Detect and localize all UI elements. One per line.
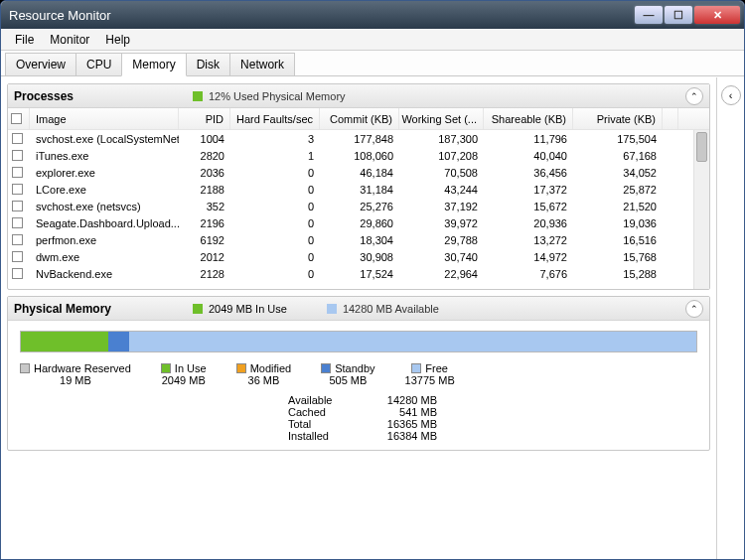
processes-header[interactable]: Processes 12% Used Physical Memory ⌃ <box>8 84 709 108</box>
cell-pid: 6192 <box>179 234 230 246</box>
tab-disk[interactable]: Disk <box>186 53 230 75</box>
table-row[interactable]: explorer.exe2036046,18470,50836,45634,05… <box>8 164 709 181</box>
cell-share: 11,796 <box>484 133 573 145</box>
cell-image: Seagate.Dashboard.Upload... <box>30 217 179 229</box>
col-image[interactable]: Image <box>30 108 179 129</box>
row-checkbox[interactable] <box>12 150 23 161</box>
table-row[interactable]: Seagate.Dashboard.Upload...2196029,86039… <box>8 214 709 231</box>
main-pane: Processes 12% Used Physical Memory ⌃ Ima… <box>1 77 716 559</box>
table-row[interactable]: perfmon.exe6192018,30429,78813,27216,516 <box>8 231 709 248</box>
cell-share: 15,672 <box>484 201 573 212</box>
cell-share: 17,372 <box>484 184 573 196</box>
col-shareable[interactable]: Shareable (KB) <box>484 108 573 129</box>
scrollbar-thumb[interactable] <box>696 132 707 162</box>
cell-priv: 19,036 <box>573 217 663 229</box>
cell-priv: 15,768 <box>573 251 663 263</box>
expand-charts-button[interactable]: ‹ <box>721 85 741 105</box>
col-workingset[interactable]: Working Set (... <box>399 108 484 129</box>
tab-overview[interactable]: Overview <box>5 53 76 75</box>
pm-available-text: 14280 MB Available <box>343 303 439 315</box>
pm-title: Physical Memory <box>14 302 193 316</box>
cell-share: 40,040 <box>484 150 573 162</box>
cell-hf: 1 <box>230 150 320 162</box>
cell-commit: 30,908 <box>320 251 399 263</box>
cell-hf: 0 <box>230 251 320 263</box>
row-checkbox[interactable] <box>12 251 23 262</box>
processes-columns: Image PID Hard Faults/sec Commit (KB) Wo… <box>8 108 709 130</box>
tab-network[interactable]: Network <box>229 53 295 75</box>
pm-available-icon <box>327 304 337 314</box>
legend-free: Free13775 MB <box>405 362 455 386</box>
menu-help[interactable]: Help <box>97 31 138 49</box>
cell-priv: 16,516 <box>573 234 663 246</box>
pm-bar-segment <box>108 332 128 351</box>
cell-pid: 2012 <box>179 251 230 263</box>
cell-pid: 2196 <box>179 217 230 229</box>
cell-hf: 0 <box>230 268 320 280</box>
client-area: Processes 12% Used Physical Memory ⌃ Ima… <box>1 76 744 559</box>
row-checkbox[interactable] <box>12 201 23 211</box>
legend-hw-swatch <box>20 363 30 373</box>
col-pid[interactable]: PID <box>179 108 230 129</box>
table-row[interactable]: svchost.exe (netsvcs)352025,27637,19215,… <box>8 198 709 214</box>
cell-share: 20,936 <box>484 217 573 229</box>
legend-inuse: In Use2049 MB <box>161 362 207 386</box>
menu-file[interactable]: File <box>7 31 42 49</box>
row-checkbox[interactable] <box>12 268 23 279</box>
close-button[interactable]: ✕ <box>694 6 740 24</box>
cell-ws: 43,244 <box>399 184 484 196</box>
row-checkbox[interactable] <box>12 167 23 178</box>
table-row[interactable]: iTunes.exe28201108,060107,20840,04067,16… <box>8 147 709 164</box>
cell-pid: 2128 <box>179 268 230 280</box>
row-checkbox[interactable] <box>12 133 23 144</box>
col-commit[interactable]: Commit (KB) <box>320 108 399 129</box>
tabbar: Overview CPU Memory Disk Network <box>1 51 744 76</box>
physical-memory-panel: Physical Memory 2049 MB In Use 14280 MB … <box>7 296 710 451</box>
processes-scrollbar[interactable] <box>693 130 709 289</box>
processes-title: Processes <box>14 89 193 103</box>
tab-cpu[interactable]: CPU <box>75 53 122 75</box>
cell-hf: 3 <box>230 133 320 145</box>
row-checkbox[interactable] <box>12 217 23 228</box>
maximize-button[interactable]: ☐ <box>665 6 692 24</box>
table-row[interactable]: svchost.exe (LocalSystemNet...10043177,8… <box>8 130 709 147</box>
table-row[interactable]: NvBackend.exe2128017,52422,9647,67615,28… <box>8 265 709 282</box>
cell-commit: 46,184 <box>320 167 399 179</box>
select-all-checkbox[interactable] <box>11 113 22 124</box>
menubar: File Monitor Help <box>1 29 744 51</box>
table-row[interactable]: dwm.exe2012030,90830,74014,97215,768 <box>8 248 709 265</box>
cell-priv: 25,872 <box>573 184 663 196</box>
cell-commit: 31,184 <box>320 184 399 196</box>
cell-commit: 29,860 <box>320 217 399 229</box>
cell-image: iTunes.exe <box>30 150 179 162</box>
pm-bar-segment <box>21 332 108 351</box>
row-checkbox[interactable] <box>12 234 23 245</box>
memory-usage-icon <box>193 91 203 101</box>
physical-memory-header[interactable]: Physical Memory 2049 MB In Use 14280 MB … <box>8 297 709 321</box>
cell-pid: 2820 <box>179 150 230 162</box>
cell-ws: 107,208 <box>399 150 484 162</box>
collapse-processes-button[interactable]: ⌃ <box>685 87 703 105</box>
cell-pid: 2036 <box>179 167 230 179</box>
menu-monitor[interactable]: Monitor <box>42 31 97 49</box>
col-hardfaults[interactable]: Hard Faults/sec <box>230 108 320 129</box>
cell-ws: 29,788 <box>399 234 484 246</box>
cell-hf: 0 <box>230 201 320 212</box>
pm-inuse-text: 2049 MB In Use <box>209 303 287 315</box>
col-private[interactable]: Private (KB) <box>573 108 663 129</box>
processes-panel: Processes 12% Used Physical Memory ⌃ Ima… <box>7 83 710 290</box>
titlebar[interactable]: Resource Monitor — ☐ ✕ <box>1 1 744 29</box>
pm-inuse-icon <box>193 304 203 314</box>
processes-body[interactable]: svchost.exe (LocalSystemNet...10043177,8… <box>8 130 709 289</box>
collapse-pm-button[interactable]: ⌃ <box>685 300 703 318</box>
row-checkbox[interactable] <box>12 184 23 195</box>
cell-pid: 2188 <box>179 184 230 196</box>
cell-priv: 34,052 <box>573 167 663 179</box>
cell-pid: 1004 <box>179 133 230 145</box>
cell-priv: 21,520 <box>573 201 663 212</box>
cell-image: explorer.exe <box>30 167 179 179</box>
cell-image: svchost.exe (netsvcs) <box>30 201 179 212</box>
minimize-button[interactable]: — <box>635 6 663 24</box>
table-row[interactable]: LCore.exe2188031,18443,24417,37225,872 <box>8 181 709 198</box>
tab-memory[interactable]: Memory <box>121 53 186 76</box>
